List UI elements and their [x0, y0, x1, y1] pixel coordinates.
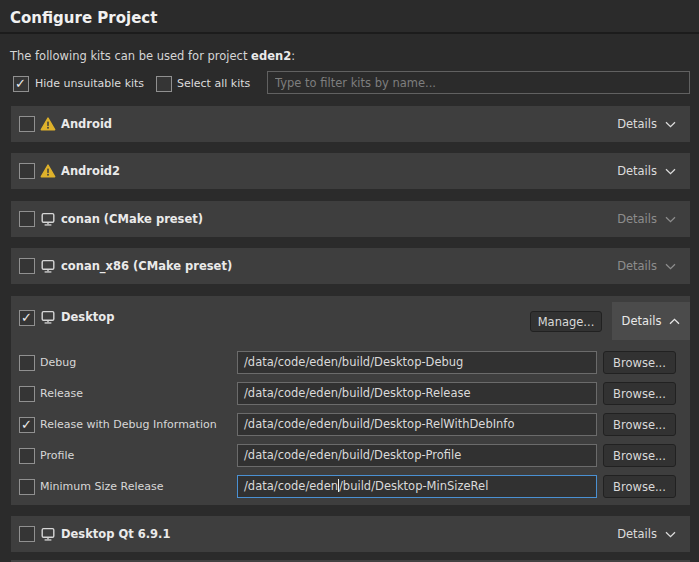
- kit-row-conan-x86: conan_x86 (CMake preset) Details: [11, 248, 690, 284]
- details-label: Details: [617, 164, 657, 178]
- title-separator: [0, 32, 699, 34]
- manage-button[interactable]: Manage...: [530, 311, 602, 332]
- kit-checkbox-android2[interactable]: [19, 163, 35, 179]
- browse-button-debug[interactable]: Browse...: [603, 351, 676, 374]
- browse-button-minsizerel[interactable]: Browse...: [603, 475, 676, 498]
- kit-row-desktop-qt: Desktop Qt 6.9.1 Details: [11, 516, 690, 552]
- configure-project-page: Configure Project The following kits can…: [0, 0, 699, 562]
- config-label-release: Release: [40, 382, 83, 405]
- desktop-icon: [40, 309, 56, 325]
- chevron-down-icon: [665, 216, 676, 223]
- details-button[interactable]: Details: [617, 248, 676, 284]
- select-all-kits-checkbox[interactable]: [156, 76, 172, 92]
- details-button[interactable]: Details: [617, 106, 676, 142]
- kit-row-android: Android Details: [11, 106, 690, 142]
- config-checkbox-profile[interactable]: [19, 448, 35, 464]
- warning-icon: [40, 163, 56, 179]
- subtitle-prefix: The following kits can be used for proje…: [10, 49, 251, 63]
- desktop-icon: [40, 211, 56, 227]
- kit-name: conan_x86 (CMake preset): [61, 248, 232, 284]
- kit-checkbox-desktop-qt[interactable]: [19, 526, 35, 542]
- build-dir-input-debug[interactable]: /data/code/eden/build/Desktop-Debug: [237, 351, 597, 374]
- details-button[interactable]: Details: [617, 153, 676, 189]
- kit-name: Desktop Qt 6.9.1: [61, 516, 171, 552]
- select-all-kits-label: Select all kits: [177, 76, 250, 92]
- details-label: Details: [622, 314, 662, 328]
- path-text-after-caret: /build/Desktop-MinSizeRel: [339, 479, 488, 493]
- build-dir-input-profile[interactable]: /data/code/eden/build/Desktop-Profile: [237, 444, 597, 467]
- page-title: Configure Project: [10, 9, 157, 27]
- config-label-relwithdebinfo: Release with Debug Information: [40, 413, 217, 436]
- kit-row-conan: conan (CMake preset) Details: [11, 201, 690, 237]
- details-button[interactable]: Details: [617, 201, 676, 237]
- details-button-expanded[interactable]: Details: [612, 302, 690, 340]
- details-label: Details: [617, 259, 657, 273]
- project-name: eden2: [251, 49, 291, 63]
- kit-row-desktop: Desktop Manage... Details Debug /data/co…: [11, 296, 690, 505]
- chevron-down-icon: [665, 168, 676, 175]
- kit-name: Android2: [61, 153, 120, 189]
- kit-name: conan (CMake preset): [61, 201, 203, 237]
- build-dir-input-relwithdebinfo[interactable]: /data/code/eden/build/Desktop-RelWithDeb…: [237, 413, 597, 436]
- path-text-before-caret: /data/code/eden: [244, 479, 338, 493]
- details-label: Details: [617, 212, 657, 226]
- desktop-icon: [40, 258, 56, 274]
- config-label-minsizerel: Minimum Size Release: [40, 475, 164, 498]
- chevron-down-icon: [665, 531, 676, 538]
- kits-subtitle: The following kits can be used for proje…: [10, 49, 295, 63]
- kit-name: Desktop: [61, 296, 114, 339]
- config-label-debug: Debug: [40, 351, 76, 374]
- browse-button-profile[interactable]: Browse...: [603, 444, 676, 467]
- config-label-profile: Profile: [40, 444, 74, 467]
- warning-icon: [40, 116, 56, 132]
- build-dir-input-release[interactable]: /data/code/eden/build/Desktop-Release: [237, 382, 597, 405]
- config-checkbox-relwithdebinfo[interactable]: [19, 417, 35, 433]
- desktop-icon: [40, 526, 56, 542]
- kit-checkbox-conan[interactable]: [19, 211, 35, 227]
- kit-checkbox-conan-x86[interactable]: [19, 258, 35, 274]
- config-checkbox-minsizerel[interactable]: [19, 479, 35, 495]
- config-checkbox-release[interactable]: [19, 386, 35, 402]
- kit-checkbox-android[interactable]: [19, 116, 35, 132]
- details-label: Details: [617, 527, 657, 541]
- chevron-down-icon: [665, 121, 676, 128]
- build-dir-input-minsizerel[interactable]: /data/code/eden/build/Desktop-MinSizeRel: [237, 475, 597, 498]
- kit-filter-input[interactable]: [267, 71, 690, 94]
- hide-unsuitable-kits-checkbox[interactable]: [13, 76, 29, 92]
- details-label: Details: [617, 117, 657, 131]
- subtitle-suffix: :: [291, 49, 295, 63]
- kit-name: Android: [61, 106, 112, 142]
- config-checkbox-debug[interactable]: [19, 355, 35, 371]
- details-button[interactable]: Details: [617, 516, 676, 552]
- kit-row-android2: Android2 Details: [11, 153, 690, 189]
- chevron-up-icon: [669, 318, 680, 325]
- browse-button-release[interactable]: Browse...: [603, 382, 676, 405]
- chevron-down-icon: [665, 263, 676, 270]
- browse-button-relwithdebinfo[interactable]: Browse...: [603, 413, 676, 436]
- kit-checkbox-desktop[interactable]: [19, 310, 35, 326]
- hide-unsuitable-kits-label: Hide unsuitable kits: [35, 76, 144, 92]
